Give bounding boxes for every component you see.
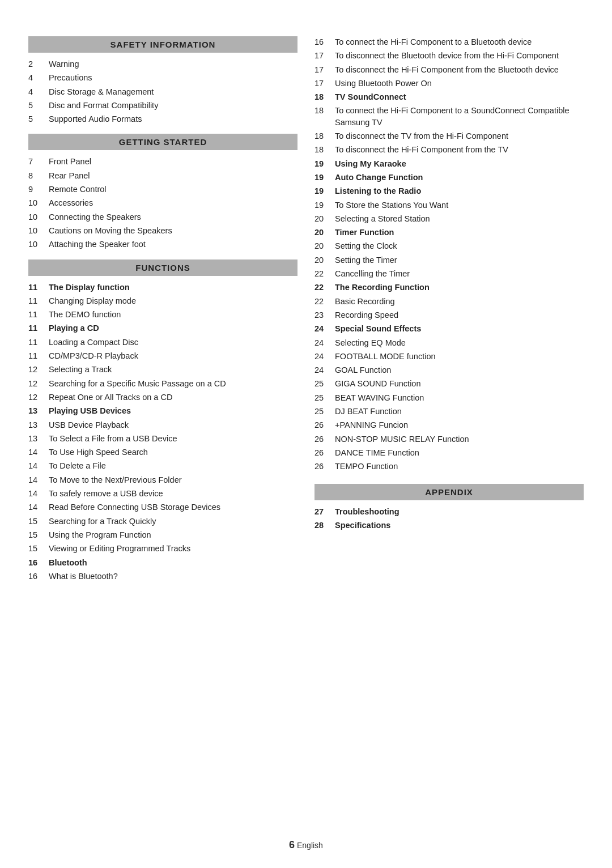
toc-page-number: 19 <box>314 158 335 169</box>
toc-page-number: 17 <box>314 78 335 89</box>
list-item: 19Listening to the Radio <box>314 185 584 197</box>
appendix-list: 27Troubleshooting28Specifications <box>314 506 584 531</box>
toc-item-text: Playing USB Devices <box>49 405 131 416</box>
toc-item-text: USB Device Playback <box>49 419 129 431</box>
list-item: 26TEMPO Function <box>314 461 584 472</box>
toc-page-number: 10 <box>28 225 49 236</box>
list-item: 12Repeat One or All Tracks on a CD <box>28 392 298 403</box>
toc-page-number: 12 <box>28 364 49 375</box>
toc-page-number: 15 <box>28 543 49 554</box>
list-item: 11Playing a CD <box>28 322 298 334</box>
toc-page-number: 11 <box>28 322 49 334</box>
list-item: 11Loading a Compact Disc <box>28 337 298 348</box>
toc-item-text: Precautions <box>49 72 92 83</box>
toc-page-number: 14 <box>28 501 49 513</box>
toc-list: 2Warning4Precautions4Disc Storage & Mana… <box>28 58 298 125</box>
list-item: 16What is Bluetooth? <box>28 571 298 582</box>
toc-page-number: 11 <box>28 282 49 293</box>
toc-page-number: 12 <box>28 392 49 403</box>
list-item: 8Rear Panel <box>28 170 298 181</box>
toc-page-number: 26 <box>314 461 335 472</box>
toc-item-text: What is Bluetooth? <box>49 571 118 582</box>
toc-page-number: 20 <box>314 240 335 252</box>
toc-page-number: 26 <box>314 447 335 458</box>
list-item: 10Connecting the Speakers <box>28 211 298 223</box>
toc-page-number: 11 <box>28 337 49 348</box>
toc-page-number: 12 <box>28 378 49 389</box>
list-item: 10Cautions on Moving the Speakers <box>28 225 298 236</box>
toc-page-number: 4 <box>28 72 49 83</box>
toc-page-number: 17 <box>314 50 335 61</box>
list-item: 9Remote Control <box>28 184 298 195</box>
list-item: 11The Display function <box>28 282 298 293</box>
toc-item-text: The DEMO function <box>49 309 121 320</box>
list-item: 25BEAT WAVING Function <box>314 392 584 403</box>
toc-item-text: Accessories <box>49 197 93 209</box>
list-item: 11Changing Display mode <box>28 295 298 307</box>
toc-item-text: GIGA SOUND Function <box>335 378 421 389</box>
toc-item-text: Front Panel <box>49 156 91 167</box>
toc-page-number: 25 <box>314 378 335 389</box>
toc-page-number: 23 <box>314 309 335 321</box>
list-item: 26DANCE TIME Function <box>314 447 584 458</box>
toc-item-text: Selecting a Track <box>49 364 112 375</box>
toc-page-number: 20 <box>314 254 335 266</box>
footer-page-num: 6 <box>289 839 295 850</box>
toc-list: 7Front Panel8Rear Panel9Remote Control10… <box>28 156 298 250</box>
list-item: 16To connect the Hi-Fi Component to a Bl… <box>314 36 584 48</box>
list-item: 28Specifications <box>314 520 584 531</box>
toc-item-text: Read Before Connecting USB Storage Devic… <box>49 501 220 513</box>
list-item: 12Selecting a Track <box>28 364 298 375</box>
toc-item-text: FOOTBALL MODE function <box>335 351 436 362</box>
list-item: 14To Move to the Next/Previous Folder <box>28 474 298 486</box>
list-item: 27Troubleshooting <box>314 506 584 517</box>
list-item: 7Front Panel <box>28 156 298 167</box>
left-column: SAFETY INFORMATION2Warning4Precautions4D… <box>28 36 298 591</box>
toc-item-text: Auto Change Function <box>335 172 423 183</box>
list-item: 24GOAL Function <box>314 364 584 376</box>
list-item: 17To disconnect the Bluetooth device fro… <box>314 50 584 61</box>
list-item: 13USB Device Playback <box>28 419 298 431</box>
list-item: 5Supported Audio Formats <box>28 113 298 125</box>
toc-page-number: 13 <box>28 405 49 416</box>
toc-page-number: 8 <box>28 170 49 181</box>
list-item: 26+PANNING Funcion <box>314 419 584 431</box>
toc-page-number: 18 <box>314 144 335 155</box>
toc-item-text: To connect the Hi-Fi Component to a Blue… <box>335 36 532 48</box>
toc-page-number: 13 <box>28 433 49 444</box>
list-item: 14To Delete a File <box>28 460 298 471</box>
list-item: 26NON-STOP MUSIC RELAY Function <box>314 433 584 445</box>
toc-item-text: Specifications <box>335 520 390 531</box>
list-item: 24Selecting EQ Mode <box>314 337 584 348</box>
toc-page-number: 18 <box>314 91 335 103</box>
toc-page-number: 28 <box>314 520 335 531</box>
toc-page-number: 4 <box>28 86 49 97</box>
toc-page-number: 15 <box>28 529 49 541</box>
toc-page-number: 13 <box>28 419 49 431</box>
toc-item-text: To safely remove a USB device <box>49 488 163 499</box>
toc-page-number: 16 <box>28 571 49 582</box>
list-item: 20Setting the Timer <box>314 254 584 266</box>
list-item: 14To safely remove a USB device <box>28 488 298 499</box>
list-item: 18To disconnect the TV from the Hi-Fi Co… <box>314 130 584 142</box>
toc-item-text: To Move to the Next/Previous Folder <box>49 474 182 486</box>
toc-page-number: 10 <box>28 239 49 250</box>
toc-item-text: Supported Audio Formats <box>49 113 142 125</box>
list-item: 19Auto Change Function <box>314 172 584 183</box>
list-item: 25DJ BEAT Function <box>314 406 584 417</box>
footer: 6 English <box>0 839 612 851</box>
toc-item-text: Connecting the Speakers <box>49 211 141 223</box>
toc-item-text: CD/MP3/CD-R Playback <box>49 350 138 361</box>
toc-item-text: Searching for a Track Quickly <box>49 516 156 527</box>
toc-item-text: Changing Display mode <box>49 295 136 307</box>
toc-page-number: 14 <box>28 446 49 458</box>
list-item: 22The Recording Function <box>314 282 584 293</box>
toc-item-text: To Store the Stations You Want <box>335 199 448 211</box>
list-item: 15Using the Program Function <box>28 529 298 541</box>
toc-item-text: Warning <box>49 58 79 70</box>
toc-page-number: 22 <box>314 296 335 307</box>
toc-item-text: To Delete a File <box>49 460 106 471</box>
toc-page-number: 16 <box>28 557 49 568</box>
list-item: 23Recording Speed <box>314 309 584 321</box>
footer-lang: English <box>297 841 323 850</box>
